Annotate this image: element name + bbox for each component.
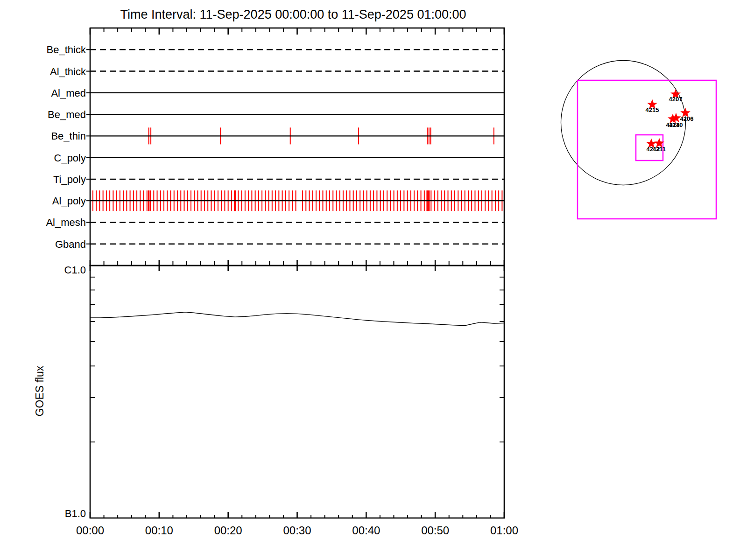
figure-canvas: Time Interval: 11-Sep-2025 00:00:00 to 1… [0, 0, 747, 560]
x-tick-label: 00:10 [145, 524, 173, 537]
y-axis-top-label: C1.0 [64, 264, 86, 276]
x-tick-label: 00:00 [76, 524, 104, 537]
filter-row-label-C_poly: C_poly [54, 152, 86, 164]
x-tick-label: 00:40 [352, 524, 380, 537]
active-region-label-4215: 4215 [646, 106, 659, 113]
goes-flux-axis-title: GOES flux [34, 365, 46, 416]
filter-row-label-Be_thick: Be_thick [47, 44, 86, 56]
filter-row-label-Ti_poly: Ti_poly [53, 174, 86, 185]
filter-row-label-Al_thick: Al_thick [50, 66, 86, 77]
active-region-label-4210: 4210 [669, 121, 683, 128]
timeline-panel-border [90, 28, 504, 266]
filter-row-label-Be_med: Be_med [48, 109, 86, 120]
x-tick-label: 00:20 [214, 524, 242, 537]
filter-row-label-Al_med: Al_med [51, 87, 86, 99]
filter-row-label-Be_thin: Be_thin [51, 130, 86, 142]
y-axis-bottom-label: B1.0 [65, 508, 86, 519]
filter-row-label-Gband: Gband [55, 238, 86, 250]
filter-row-label-Al_mesh: Al_mesh [46, 217, 86, 228]
x-tick-label: 00:30 [283, 524, 311, 537]
goes-flux-curve [90, 312, 504, 326]
filter-row-label-Al_poly: Al_poly [52, 195, 86, 207]
x-tick-label: 00:50 [421, 524, 449, 537]
plot-elements: Be_thickAl_thickAl_medBe_medBe_thinC_pol… [46, 28, 716, 537]
goes-panel-border [90, 266, 504, 518]
active-region-label-4207: 4207 [669, 96, 683, 103]
x-tick-label: 01:00 [490, 524, 518, 537]
figure-title: Time Interval: 11-Sep-2025 00:00:00 to 1… [120, 7, 466, 21]
active-region-label-4211: 4211 [653, 146, 666, 153]
